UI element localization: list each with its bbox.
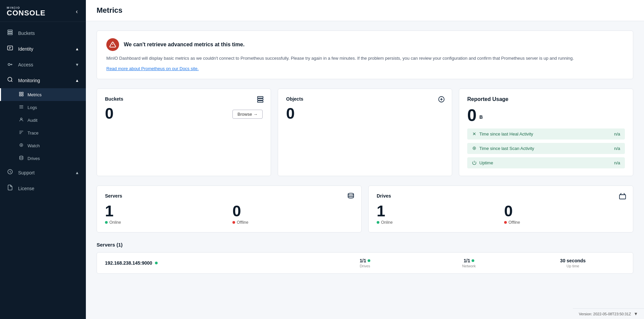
sidebar-nav: Buckets Identity ▲ Access ▼ Monitoring ▲	[0, 22, 86, 319]
sidebar-sub-watch[interactable]: Watch	[0, 139, 86, 152]
sidebar-item-identity-label: Identity	[18, 46, 33, 52]
sidebar-sub-trace[interactable]: Trace	[0, 126, 86, 139]
trace-icon	[18, 130, 24, 136]
version-label: Version: 2022-05-08T23:50:31Z	[579, 312, 631, 316]
browse-button[interactable]: Browse →	[232, 110, 263, 119]
sidebar-item-monitoring[interactable]: Monitoring ▲	[0, 72, 86, 88]
sidebar-sub-drives[interactable]: Drives	[0, 152, 86, 165]
server-network-value: 1/1	[464, 258, 474, 263]
logo-main: CONSOLE	[7, 9, 46, 17]
objects-card-title: Objects	[286, 96, 444, 102]
version-bar: Version: 2022-05-08T23:50:31Z ▼	[573, 308, 644, 319]
server-network-label: Network	[462, 264, 476, 268]
drives-offline-text: Offline	[508, 220, 520, 225]
drives-online-dot	[377, 221, 379, 224]
identity-icon	[7, 45, 13, 53]
heal-activity-label: Time since last Heal Activity	[472, 131, 533, 137]
svg-rect-7	[21, 92, 23, 94]
server-drives-stat: 1/1 Drives	[313, 258, 417, 268]
monitoring-icon	[7, 76, 13, 84]
sidebar-item-access-label: Access	[18, 62, 33, 67]
scan-activity-row: Time since last Scan Activity n/a	[467, 143, 625, 154]
sidebar-item-access[interactable]: Access ▼	[0, 57, 86, 72]
alert-icon	[106, 38, 119, 51]
server-row: 192.168.238.145:9000 1/1 Drives 1/1 Net	[97, 252, 633, 274]
main-content: Metrics We can't retrieve advanced metri…	[86, 0, 644, 319]
uptime-value: n/a	[614, 160, 620, 165]
watch-icon	[18, 143, 24, 149]
page-content: We can't retrieve advanced metrics at th…	[86, 21, 644, 283]
sidebar-item-support[interactable]: Support ▲	[0, 165, 86, 180]
uptime-label-text: Uptime	[479, 160, 493, 165]
objects-card-icon	[438, 96, 445, 105]
server-uptime-stat: 30 seconds Up time	[521, 258, 625, 268]
heal-value: n/a	[614, 131, 620, 137]
objects-value: 0	[286, 105, 444, 122]
reported-usage-unit: B	[479, 114, 483, 120]
sidebar-item-license[interactable]: License	[0, 180, 86, 196]
sidebar-sub-logs[interactable]: Logs	[0, 101, 86, 114]
sidebar-sub-audit[interactable]: Audit	[0, 114, 86, 126]
buckets-card-title: Buckets	[105, 96, 263, 102]
drives-card-icon	[619, 193, 626, 202]
buckets-card: Buckets 0 Browse →	[97, 89, 271, 176]
svg-rect-0	[8, 30, 12, 31]
server-ip: 192.168.238.145:9000	[105, 260, 313, 266]
server-drives-dot	[368, 259, 370, 262]
server-network-dot	[472, 259, 474, 262]
sidebar-sub-metrics-label: Metrics	[28, 92, 42, 97]
buckets-icon	[7, 29, 13, 37]
sidebar-item-buckets-label: Buckets	[18, 31, 35, 36]
identity-arrow-icon: ▲	[75, 47, 79, 51]
server-network-stat: 1/1 Network	[417, 258, 521, 268]
heal-label-text: Time since last Heal Activity	[479, 131, 533, 137]
servers-offline-label: Offline	[232, 220, 248, 225]
svg-rect-31	[620, 195, 626, 199]
servers-online-label: Online	[105, 220, 121, 225]
svg-point-4	[8, 63, 10, 65]
svg-point-16	[19, 156, 23, 157]
scan-activity-label: Time since last Scan Activity	[472, 146, 534, 151]
servers-section: Servers (1) 192.168.238.145:9000 1/1 Dri…	[97, 242, 633, 274]
scan-value: n/a	[614, 146, 620, 151]
sidebar-sub-watch-label: Watch	[28, 143, 40, 148]
svg-rect-2	[8, 34, 12, 35]
drives-online-text: Online	[381, 220, 393, 225]
servers-offline-text: Offline	[237, 220, 248, 225]
scan-label-text: Time since last Scan Activity	[479, 146, 534, 151]
reported-usage-card: Reported Usage 0 B Time since last Heal …	[459, 89, 633, 176]
sidebar-sub-metrics[interactable]: Metrics	[0, 88, 86, 101]
sidebar-item-buckets[interactable]: Buckets	[0, 25, 86, 41]
reported-usage-value: 0	[467, 106, 477, 125]
server-drives-label: Drives	[360, 264, 370, 268]
alert-docs-link[interactable]: Read more about Prometheus on our Docs s…	[106, 66, 199, 71]
servers-card-title: Servers	[105, 193, 353, 199]
svg-rect-9	[21, 95, 23, 96]
sidebar-sub-trace-label: Trace	[28, 130, 39, 136]
server-drives-val-text: 1/1	[360, 258, 366, 263]
buckets-value: 0	[105, 105, 114, 122]
drives-offline: 0 Offline	[504, 203, 625, 225]
sidebar-sub-audit-label: Audit	[28, 118, 38, 123]
alert-body: MinIO Dashboard will display basic metri…	[106, 55, 624, 62]
access-icon	[7, 61, 13, 68]
reported-usage-title: Reported Usage	[467, 96, 625, 102]
license-icon	[7, 184, 13, 192]
sidebar-item-identity[interactable]: Identity ▲	[0, 41, 86, 57]
server-status-dot	[155, 262, 158, 264]
svg-rect-20	[258, 97, 263, 98]
drives-online: 1 Online	[377, 203, 497, 225]
sidebar-sub-logs-label: Logs	[28, 105, 37, 110]
sidebar-collapse-button[interactable]: ‹	[74, 7, 79, 16]
server-uptime-label: Up time	[567, 264, 579, 268]
sidebar: MIN|IO CONSOLE ‹ Buckets Identity ▲ Acce…	[0, 0, 86, 319]
drives-offline-label: Offline	[504, 220, 520, 225]
sidebar-item-support-label: Support	[18, 170, 35, 175]
svg-point-14	[20, 144, 23, 147]
sidebar-item-license-label: License	[18, 186, 34, 191]
version-dropdown-button[interactable]: ▼	[634, 311, 638, 316]
svg-rect-6	[19, 92, 20, 94]
server-network-val-text: 1/1	[464, 258, 470, 263]
servers-card: Servers 1 Online 0	[97, 185, 362, 233]
drives-card-title: Drives	[377, 193, 625, 199]
